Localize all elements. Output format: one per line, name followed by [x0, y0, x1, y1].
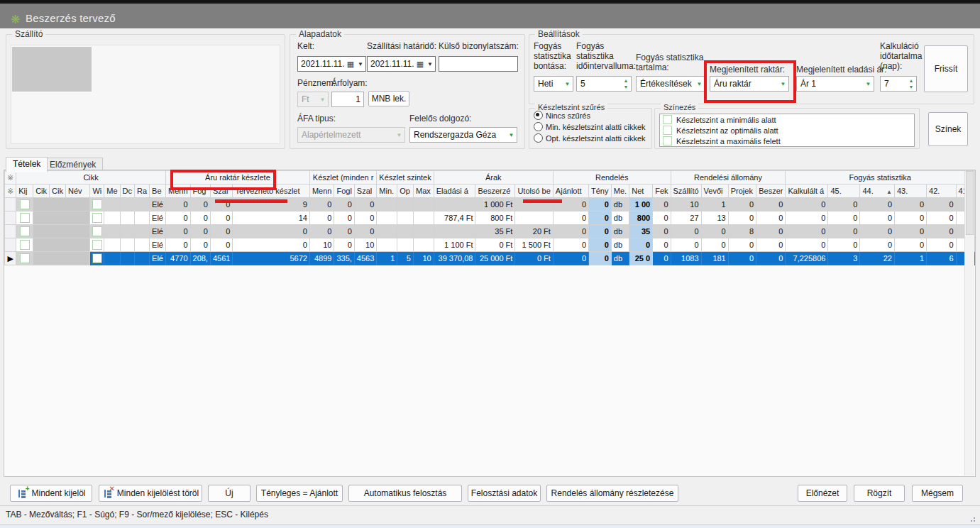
row-indicator[interactable]	[5, 211, 16, 225]
grid-column-header[interactable]: Projek	[728, 185, 756, 198]
row-flag-checkbox[interactable]	[90, 225, 104, 238]
items-grid-panel[interactable]: ※CikkÁru raktár készleteKészlet (minden …	[4, 170, 976, 477]
grid-cell[interactable]: 0	[589, 225, 612, 238]
colorize-item[interactable]: Készletszint a maximális felett	[660, 136, 914, 146]
grid-cell[interactable]: 0	[756, 211, 786, 225]
grid-cell[interactable]: 0	[190, 225, 210, 238]
grid-cell[interactable]: 0	[927, 225, 957, 238]
kelt-date-field[interactable]: 2021.11.11. ▦ ▼	[297, 56, 366, 72]
colorize-listbox[interactable]: Készletszint a minimális alatt Készletsz…	[659, 114, 915, 147]
grid-cell[interactable]: 0	[309, 211, 334, 225]
bontas-combo[interactable]: Heti ▼	[534, 76, 573, 92]
grid-cell[interactable]: 800 Ft	[475, 211, 515, 225]
grid-group-header[interactable]: Készlet (minden r	[309, 171, 376, 185]
grid-cell[interactable]: 0 Ft	[515, 252, 553, 265]
grid-cell[interactable]: 1083	[671, 252, 701, 265]
grid-cell[interactable]: 1	[701, 198, 728, 211]
grid-cell[interactable]	[434, 198, 475, 211]
grid-cell[interactable]: 0	[233, 238, 309, 252]
grid-cell[interactable]: 0	[653, 252, 671, 265]
grid-column-header[interactable]: Cik	[33, 185, 50, 198]
row-select-checkbox[interactable]	[16, 211, 33, 225]
grid-cell[interactable]: 0	[653, 211, 671, 225]
grid-cell[interactable]: 1	[895, 252, 927, 265]
grid-cell[interactable]: 0	[927, 198, 957, 211]
szinek-button[interactable]: Színek	[928, 112, 968, 146]
row-flag-checkbox[interactable]	[90, 252, 104, 265]
grid-cell[interactable]: 0	[589, 198, 612, 211]
grid-cell[interactable]: db	[611, 238, 629, 252]
colorize-item[interactable]: Készletszint az optimális alatt	[660, 125, 914, 136]
grid-cell[interactable]: 0	[671, 238, 701, 252]
grid-cell[interactable]: 0	[756, 252, 786, 265]
grid-cell[interactable]: Elé	[150, 238, 166, 252]
grid-cell[interactable]: Elé	[150, 198, 166, 211]
grid-cell[interactable]: 0	[860, 238, 895, 252]
grid-cell[interactable]: 0	[927, 238, 957, 252]
grid-cell[interactable]	[413, 238, 434, 252]
grid-cell[interactable]: 10	[354, 238, 376, 252]
grid-cell[interactable]: 10	[413, 252, 434, 265]
grid-cell[interactable]: Elé	[150, 211, 166, 225]
row-select-checkbox[interactable]	[16, 238, 33, 252]
row-select-checkbox[interactable]	[16, 225, 33, 238]
row-flag-checkbox[interactable]	[90, 211, 104, 225]
grid-cell[interactable]: 0	[860, 225, 895, 238]
grid-cell[interactable]	[377, 198, 397, 211]
cancel-button[interactable]: Mégsem	[912, 485, 963, 502]
checkbox-icon[interactable]	[663, 126, 672, 135]
grid-cell[interactable]: 0	[728, 252, 756, 265]
row-indicator[interactable]	[5, 225, 16, 238]
grid-column-header[interactable]: Menn	[309, 185, 334, 198]
grid-cell[interactable]: 1 100 Ft	[434, 238, 475, 252]
grid-cell[interactable]: 0	[728, 238, 756, 252]
checkbox-icon[interactable]	[663, 115, 672, 124]
chevron-down-icon[interactable]: ▼	[356, 61, 365, 67]
grid-cell[interactable]	[413, 211, 434, 225]
grid-cell[interactable]: 0	[756, 198, 786, 211]
vertical-scrollbar[interactable]	[964, 171, 974, 475]
actual-equals-recommended-button[interactable]: Tényleges = Ajánlott	[256, 485, 343, 502]
grid-cell[interactable]: 14	[233, 211, 309, 225]
grid-cell[interactable]: 0	[653, 238, 671, 252]
grid-cell[interactable]: 0	[354, 211, 376, 225]
grid-cell[interactable]: 4561	[210, 252, 232, 265]
grid-cell[interactable]: 4899	[309, 252, 334, 265]
grid-column-header[interactable]: Tény	[589, 185, 612, 198]
grid-cell[interactable]: 0	[927, 211, 957, 225]
checkbox-icon[interactable]	[663, 136, 672, 145]
row-indicator[interactable]	[5, 198, 16, 211]
grid-cell[interactable]: 0	[728, 211, 756, 225]
grid-column-header[interactable]: Kalkulált á	[786, 185, 828, 198]
grid-column-header[interactable]: Wi	[90, 185, 104, 198]
items-grid[interactable]: ※CikkÁru raktár készleteKészlet (minden …	[4, 170, 975, 265]
chevron-down-icon[interactable]: ▼	[506, 132, 517, 138]
order-stock-detail-button[interactable]: Rendelés állomány részletezése	[546, 485, 678, 502]
grid-cell[interactable]	[377, 211, 397, 225]
grid-column-header[interactable]: 45.	[828, 185, 860, 198]
radio-min-keszletszint[interactable]: Min. készletszint alatti cikkek	[534, 122, 646, 131]
grid-cell[interactable]: 35	[629, 225, 653, 238]
grid-cell[interactable]: 0	[653, 198, 671, 211]
grid-cell[interactable]: 0	[165, 225, 190, 238]
chevron-down-icon[interactable]: ▼	[694, 81, 705, 87]
clear-selection-button[interactable]: ✕ Minden kijelölést töröl	[99, 485, 202, 502]
grid-cell[interactable]: 0	[334, 238, 354, 252]
new-button[interactable]: Új	[208, 485, 250, 502]
grid-cell[interactable]: 0	[701, 225, 728, 238]
grid-cell[interactable]: db	[611, 225, 629, 238]
grid-column-header[interactable]: Szállító	[671, 185, 701, 198]
felelos-combo[interactable]: Rendszergazda Géza ▼	[409, 127, 517, 143]
grid-group-header[interactable]: ※	[5, 171, 16, 185]
grid-cell[interactable]: 10	[309, 238, 334, 252]
grid-cell[interactable]: 1 00	[629, 198, 653, 211]
grid-row[interactable]: Elé00014000787,4 Ft800 Ft00db80002713000…	[5, 211, 975, 225]
grid-cell[interactable]: db	[611, 211, 629, 225]
grid-cell[interactable]: 0	[828, 225, 860, 238]
grid-cell[interactable]: 0	[589, 252, 612, 265]
grid-cell[interactable]: 181	[701, 252, 728, 265]
grid-column-header[interactable]: Vevői	[701, 185, 728, 198]
chevron-down-icon[interactable]: ▼	[562, 81, 573, 87]
tartalom-combo[interactable]: Értékesítések ▼	[636, 76, 705, 92]
grid-row[interactable]: Elé0000100101 100 Ft0 Ft1 500 Ft00db0000…	[5, 238, 975, 252]
